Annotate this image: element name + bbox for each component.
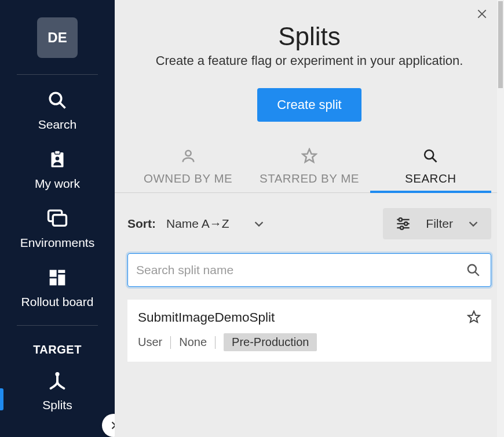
star-button[interactable] (467, 310, 481, 324)
separator (170, 336, 171, 349)
nav-my-work[interactable]: My work (0, 148, 115, 191)
chevron-down-icon (467, 217, 480, 230)
grid-icon (46, 266, 69, 289)
svg-point-21 (404, 222, 407, 225)
nav-label: Rollout board (21, 295, 94, 309)
person-icon (180, 147, 196, 165)
svg-rect-7 (50, 270, 57, 277)
separator (215, 336, 216, 349)
divider (17, 325, 98, 326)
tab-label: SEARCH (405, 172, 456, 185)
search-icon (422, 147, 439, 165)
page-subtitle: Create a feature flag or experiment in y… (115, 53, 504, 68)
tab-search[interactable]: SEARCH (370, 147, 491, 192)
divider (17, 74, 98, 75)
split-icon (46, 369, 69, 392)
svg-rect-6 (53, 215, 66, 226)
filter-label: Filter (426, 217, 453, 231)
page-header: Splits Create a feature flag or experime… (115, 0, 504, 122)
svg-point-23 (400, 226, 403, 229)
clipboard-person-icon (46, 148, 69, 171)
create-split-button[interactable]: Create split (257, 88, 361, 122)
split-meta: User None Pre-Production (138, 333, 481, 351)
svg-point-16 (425, 150, 433, 159)
sort-value: Name A→Z (166, 217, 229, 231)
svg-point-0 (50, 93, 61, 104)
svg-line-17 (433, 158, 437, 162)
close-icon (476, 8, 488, 20)
svg-line-1 (60, 103, 65, 108)
search-input[interactable] (127, 253, 491, 287)
sliders-icon (395, 216, 412, 231)
svg-marker-15 (302, 149, 316, 162)
tabs: OWNED BY ME STARRED BY ME SEARCH (115, 147, 504, 193)
sort-control: Sort: Name A→Z (127, 217, 265, 231)
sort-label: Sort: (127, 217, 156, 231)
tags-value: None (179, 336, 207, 349)
tab-starred-by-me[interactable]: STARRED BY ME (249, 147, 370, 192)
svg-point-24 (468, 265, 476, 273)
svg-point-19 (399, 218, 402, 221)
tab-owned-by-me[interactable]: OWNED BY ME (127, 147, 249, 192)
workspace-avatar[interactable]: DE (37, 17, 78, 58)
nav-label: My work (35, 177, 80, 191)
tab-label: OWNED BY ME (144, 172, 232, 185)
svg-line-25 (475, 272, 479, 276)
page-title: Splits (115, 22, 504, 51)
svg-rect-9 (58, 275, 65, 286)
list-controls: Sort: Name A→Z Filter (115, 193, 504, 239)
stack-icon (46, 207, 69, 230)
star-outline-icon (467, 310, 481, 324)
star-icon (301, 147, 317, 165)
nav-label: Environments (20, 236, 94, 250)
sidebar: DE Search My work Environments (0, 0, 115, 437)
section-header-target: TARGET (33, 343, 82, 356)
svg-marker-26 (468, 311, 480, 322)
search-icon (46, 89, 69, 112)
active-nav-indicator (0, 388, 3, 410)
nav-label: Splits (42, 398, 72, 412)
tab-label: STARRED BY ME (260, 172, 359, 185)
svg-point-14 (185, 151, 191, 156)
filter-button[interactable]: Filter (383, 208, 491, 239)
svg-point-4 (56, 156, 60, 161)
chevron-down-icon (253, 217, 265, 230)
split-name: SubmitImageDemoSplit (138, 310, 481, 325)
svg-rect-8 (58, 270, 65, 273)
scrollbar[interactable] (497, 0, 504, 437)
svg-rect-3 (55, 151, 60, 154)
nav-environments[interactable]: Environments (0, 207, 115, 250)
search-icon (466, 263, 481, 278)
main-panel: Splits Create a feature flag or experime… (115, 0, 504, 437)
nav-label: Search (38, 118, 77, 132)
environment-chip: Pre-Production (224, 333, 317, 351)
nav-splits[interactable]: Splits (0, 369, 115, 412)
sort-dropdown[interactable]: Name A→Z (166, 217, 265, 231)
split-result-card[interactable]: SubmitImageDemoSplit User None Pre-Produ… (127, 300, 491, 362)
nav-rollout-board[interactable]: Rollout board (0, 266, 115, 309)
close-button[interactable] (476, 8, 488, 20)
traffic-type: User (138, 336, 162, 349)
nav-search[interactable]: Search (0, 89, 115, 132)
search-field-wrap (127, 253, 491, 287)
svg-rect-10 (50, 278, 57, 285)
scrollbar-thumb[interactable] (498, 1, 503, 88)
